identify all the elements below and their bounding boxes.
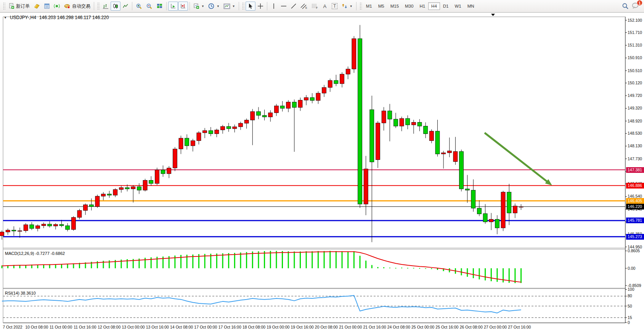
signal-button[interactable]: [52, 2, 62, 11]
auto-trading-button[interactable]: 自动交易: [62, 2, 92, 11]
auto-trading-label: 自动交易: [72, 3, 90, 10]
price-tick: 148.530: [628, 131, 642, 135]
new-order-button[interactable]: 新订单: [6, 2, 32, 11]
timeframe-d1[interactable]: D1: [440, 2, 452, 10]
horizontal-line-icon: [281, 4, 287, 8]
timeframe-mn[interactable]: MN: [464, 2, 477, 10]
candle: [429, 131, 434, 141]
symbol-dropdown-icon[interactable]: ▼: [4, 16, 7, 19]
new-chart-button[interactable]: ▼: [191, 2, 206, 11]
price-level-box: 146.886: [626, 183, 644, 189]
bar-chart-mode-button[interactable]: [101, 2, 111, 11]
timeframe-m30[interactable]: M30: [402, 2, 416, 10]
label-tool-button[interactable]: T: [330, 2, 340, 11]
chart-title: ▼ USDJPY-,H4 146.203 146.298 146.117 146…: [4, 15, 109, 20]
timeframe-w1[interactable]: W1: [452, 2, 464, 10]
signal-icon: [54, 3, 60, 9]
price-level-box: 146.220: [626, 204, 644, 210]
trendline-icon: [291, 3, 297, 9]
crosshair-tool-button[interactable]: [255, 2, 265, 11]
horizontal-line-tool-button[interactable]: [279, 2, 289, 11]
time-tick: 24 Oct 08:00: [387, 325, 410, 329]
toolbar-grip[interactable]: [97, 2, 100, 10]
candle: [501, 192, 505, 228]
price-level-box: 145.273: [626, 234, 644, 240]
candle: [447, 151, 451, 153]
candle: [376, 123, 380, 160]
symbol-period-label: USDJPY-,H4: [10, 15, 36, 20]
data-window-button[interactable]: [42, 2, 52, 11]
candle: [6, 230, 10, 232]
candle: [215, 130, 219, 134]
macd-tick: 0.8605: [628, 248, 640, 253]
candlestick-mode-button[interactable]: [111, 2, 120, 11]
candle: [292, 102, 296, 107]
cursor-tool-button[interactable]: [246, 2, 255, 11]
new-chart-icon: [193, 3, 199, 9]
candle: [24, 225, 28, 231]
data-window-icon: [44, 3, 50, 9]
timeframe-group: M1M5M15M30H1H4D1W1MN: [363, 2, 477, 10]
toolbar-grip[interactable]: [242, 2, 244, 10]
notifications-button[interactable]: 1: [632, 2, 639, 10]
candle: [251, 111, 255, 120]
candle: [191, 141, 195, 146]
chart-shift-icon: [180, 3, 186, 9]
periods-button[interactable]: ▼: [206, 2, 222, 11]
candle: [352, 39, 356, 69]
candle: [53, 224, 58, 226]
tile-windows-button[interactable]: [154, 2, 165, 11]
candle: [340, 74, 344, 84]
chart-window[interactable]: ▼ USDJPY-,H4 146.203 146.298 146.117 146…: [0, 13, 644, 332]
chart-canvas[interactable]: [0, 13, 644, 332]
zoom-in-button[interactable]: [134, 2, 144, 11]
timeframe-m15[interactable]: M15: [387, 2, 402, 10]
tile-windows-icon: [156, 3, 163, 9]
templates-button[interactable]: ▼: [222, 2, 237, 11]
time-tick: 26 Oct 08:00: [460, 325, 483, 329]
text-tool-button[interactable]: A: [320, 2, 330, 11]
time-axis[interactable]: 7 Oct 202210 Oct 08:0011 Oct 00:0011 Oct…: [0, 324, 644, 331]
auto-scroll-button[interactable]: [168, 2, 178, 11]
search-icon[interactable]: [622, 3, 629, 10]
candle: [459, 151, 464, 189]
price-tick: 151.710: [628, 30, 642, 35]
chevron-down-icon: ▼: [350, 5, 353, 8]
candle: [364, 169, 368, 204]
candlestick-icon: [112, 3, 119, 9]
price-axis[interactable]: 152.100151.710151.310150.910150.510150.1…: [626, 13, 644, 323]
candle: [322, 87, 326, 93]
channel-e-glyph: E: [305, 6, 307, 9]
crosshair-icon: [257, 3, 263, 9]
candle: [489, 219, 493, 222]
candle: [406, 119, 410, 125]
label-tool-icon: T: [332, 3, 337, 9]
timeframe-h1[interactable]: H1: [416, 2, 428, 10]
fibonacci-tool-button[interactable]: F: [309, 2, 320, 11]
line-chart-mode-button[interactable]: [120, 2, 130, 11]
vertical-line-tool-button[interactable]: [269, 2, 279, 11]
new-order-label: 新订单: [16, 3, 30, 10]
channel-tool-button[interactable]: E: [299, 2, 309, 11]
trendline-tool-button[interactable]: [289, 2, 299, 11]
arrows-tool-button[interactable]: ▼: [340, 2, 355, 11]
candle: [495, 219, 499, 228]
toolbar-grip[interactable]: [359, 2, 362, 10]
candle: [48, 224, 52, 226]
toolbar-grip[interactable]: [3, 2, 5, 10]
timeframe-m1[interactable]: M1: [363, 2, 375, 10]
line-chart-icon: [122, 3, 128, 9]
chevron-down-icon: ▼: [217, 5, 220, 8]
candle: [393, 119, 398, 126]
timeframe-h4[interactable]: H4: [428, 2, 440, 10]
price-tick: 148.130: [628, 143, 642, 148]
market-watch-button[interactable]: [32, 2, 42, 11]
time-tick: 17 Oct 16:00: [218, 325, 241, 329]
zoom-out-button[interactable]: [144, 2, 154, 11]
price-tick: 147.730: [628, 156, 642, 161]
price-tick: 151.310: [628, 43, 642, 47]
timeframe-m5[interactable]: M5: [375, 2, 387, 10]
chart-shift-button[interactable]: [178, 2, 188, 11]
macd-indicator-label: MACD(12,26,9) -0.7277 -0.6862: [5, 251, 65, 256]
price-tick: 148.920: [628, 119, 642, 123]
